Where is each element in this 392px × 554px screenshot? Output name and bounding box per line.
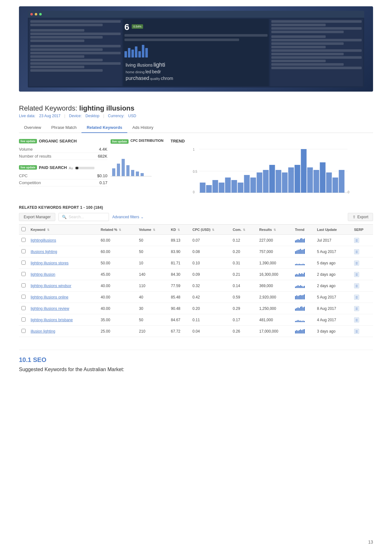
svg-rect-23 [232, 180, 237, 193]
cell-cpc_usd: 0.42 [190, 292, 230, 303]
tab-phrase-match[interactable]: Phrase Match [46, 123, 81, 133]
col-volume[interactable]: Volume ⇅ [136, 225, 168, 235]
keyword-link[interactable]: illusion lighting [31, 329, 55, 334]
keyword-link[interactable]: lightingillusions [31, 238, 56, 243]
cell-kd: 67.72 [168, 326, 190, 337]
cell-trend [292, 303, 315, 314]
cell-volume: 30 [136, 303, 168, 314]
cell-results: 481,000 [257, 314, 292, 326]
cell-serp: ☰ [352, 269, 373, 280]
cell-kd: 90.48 [168, 303, 190, 314]
row-checkbox[interactable] [21, 238, 26, 242]
col-trend: Trend [292, 225, 315, 235]
cell-serp: ☰ [352, 314, 373, 326]
cell-last-update: 3 days ago [314, 326, 351, 337]
cell-trend [292, 326, 315, 337]
svg-rect-30 [276, 170, 281, 193]
export-button[interactable]: ⇧ Export [348, 213, 373, 221]
svg-rect-22 [225, 178, 231, 193]
page-number: 13 [368, 539, 373, 545]
keyword-link[interactable]: lighting illusions brisbane [31, 318, 73, 322]
keyword-link[interactable]: lighting illusions windsor [31, 284, 71, 288]
cell-last-update: 5 Aug 2017 [314, 246, 351, 257]
col-keyword[interactable]: Keyword ⇅ [28, 225, 98, 235]
table-row: lighting illusions windsor40.0011077.590… [19, 280, 373, 292]
svg-rect-2 [122, 159, 125, 176]
cell-trend [292, 269, 315, 280]
advanced-filters-button[interactable]: Advanced filters ⌄ [112, 215, 143, 219]
col-serp: SERP [352, 225, 373, 235]
device-value[interactable]: Desktop [86, 114, 100, 118]
col-com[interactable]: Com. ⇅ [230, 225, 257, 235]
col-related-pct[interactable]: Related % ⇅ [98, 225, 136, 235]
cell-results: 17,000,000 [257, 326, 292, 337]
serp-icon[interactable]: ☰ [354, 249, 359, 254]
row-checkbox[interactable] [21, 249, 26, 253]
cell-com: 0.26 [230, 326, 257, 337]
serp-icon[interactable]: ☰ [354, 261, 359, 266]
live-data-date[interactable]: 23 Aug 2017 [39, 114, 60, 118]
cpc-distribution-title: CPC DISTRIBUTION [130, 139, 164, 142]
tab-ads-history[interactable]: Ads History [127, 123, 158, 133]
cell-serp: ☰ [352, 303, 373, 314]
row-checkbox[interactable] [21, 306, 26, 310]
row-checkbox[interactable] [21, 329, 26, 333]
select-all-checkbox[interactable] [21, 227, 26, 231]
col-cpc[interactable]: CPC (USD) ⇅ [190, 225, 230, 235]
row-checkbox[interactable] [21, 261, 26, 265]
keyword-link[interactable]: lighting illusions stores [31, 261, 69, 265]
currency-value[interactable]: USD [128, 114, 136, 118]
cell-results: 227,000 [257, 235, 292, 246]
cell-cpc_usd: 0.08 [190, 246, 230, 257]
paid-cpc-row: CPC $0.10 [19, 172, 107, 179]
keyword-link[interactable]: illusions lighting [31, 250, 57, 254]
col-results[interactable]: Results ⇅ [257, 225, 292, 235]
paid-live-badge: live update [19, 165, 37, 170]
serp-icon[interactable]: ☰ [354, 283, 359, 288]
cell-com: 0.31 [230, 257, 257, 269]
svg-rect-24 [238, 183, 244, 193]
cpc-live-badge: live update [111, 139, 129, 144]
cell-cpc_usd: 0.32 [190, 280, 230, 292]
svg-rect-34 [301, 149, 307, 193]
serp-icon[interactable]: ☰ [354, 295, 359, 300]
tab-bar: Overview Phrase Match Related Keywords A… [19, 123, 373, 133]
live-data-bar: Live data: 23 Aug 2017 | Device: Desktop… [19, 114, 373, 118]
organic-results-row: Number of results 682K [19, 153, 107, 160]
stats-chart-section: live update ORGANIC SEARCH Volume 4.4K N… [19, 139, 373, 198]
serp-icon[interactable]: ☰ [354, 238, 359, 243]
svg-rect-36 [314, 170, 319, 193]
keyword-link[interactable]: lighting illusions review [31, 306, 69, 311]
row-checkbox[interactable] [21, 272, 26, 276]
col-kd[interactable]: KD ⇅ [168, 225, 190, 235]
chevron-down-icon: ⌄ [141, 215, 144, 219]
row-checkbox[interactable] [21, 295, 26, 299]
svg-rect-20 [213, 180, 218, 193]
cell-com: 0.21 [230, 269, 257, 280]
serp-icon[interactable]: ☰ [354, 272, 359, 277]
cell-related_pct: 40.00 [98, 280, 136, 292]
cell-volume: 50 [136, 235, 168, 246]
serp-icon[interactable]: ☰ [354, 317, 359, 322]
paid-search-block: live update PAID SEARCH Au CPC $0.10 Com… [19, 165, 107, 186]
cell-volume: 10 [136, 257, 168, 269]
cell-volume: 50 [136, 314, 168, 326]
svg-rect-21 [219, 183, 225, 193]
cell-related_pct: 35.00 [98, 314, 136, 326]
row-checkbox[interactable] [21, 317, 26, 322]
cell-related_pct: 45.00 [98, 269, 136, 280]
table-row: lighting illusions online40.004085.480.4… [19, 292, 373, 303]
table-toolbar: Export Manager 🔍 Search... Advanced filt… [19, 213, 373, 221]
row-checkbox[interactable] [21, 283, 26, 287]
keyword-link[interactable]: lighting illusion [31, 272, 55, 277]
export-manager-button[interactable]: Export Manager [19, 213, 55, 221]
serp-icon[interactable]: ☰ [354, 329, 359, 334]
keyword-link[interactable]: lighting illusions online [31, 295, 68, 299]
svg-rect-25 [244, 175, 250, 193]
tab-overview[interactable]: Overview [19, 123, 46, 133]
svg-rect-5 [136, 172, 139, 176]
serp-icon[interactable]: ☰ [354, 306, 359, 311]
tab-related-keywords[interactable]: Related Keywords [81, 123, 127, 133]
cell-last-update: 8 Aug 2017 [314, 303, 351, 314]
search-box[interactable]: 🔍 Search... [58, 213, 109, 221]
